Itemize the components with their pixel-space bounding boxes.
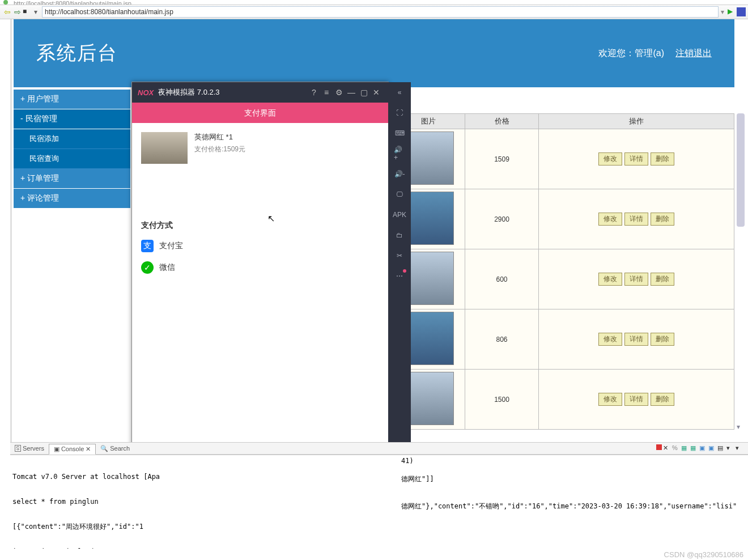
left-gutter — [10, 19, 12, 447]
extra-icon[interactable] — [737, 7, 746, 16]
scissors-icon[interactable]: ✂ — [394, 250, 405, 261]
detail-button[interactable]: 详情 — [624, 393, 648, 406]
vol-down-icon[interactable]: 🔊- — [394, 168, 405, 180]
emulator-title: 夜神模拟器 7.0.2.3 — [158, 87, 308, 97]
edit-button[interactable]: 修改 — [598, 273, 622, 286]
sidebar: + 用户管理 - 民宿管理 民宿添加 民宿查询 + 订单管理 + 评论管理 — [14, 90, 130, 209]
edit-button[interactable]: 修改 — [598, 333, 622, 346]
dropdown-icon[interactable]: ▾ — [34, 8, 37, 16]
back-icon[interactable]: ⇦ — [2, 7, 12, 17]
tab-console[interactable]: ▣ Console ✕ — [49, 444, 96, 455]
product-block: 英德网红 *1 支付价格:1509元 — [141, 132, 379, 164]
alipay-icon: 支 — [141, 240, 154, 252]
menu-icon[interactable]: ≡ — [320, 86, 333, 99]
watermark: CSDN @qq3290510686 — [664, 550, 743, 559]
vertical-scrollbar[interactable]: ▾ — [737, 113, 745, 431]
detail-button[interactable]: 详情 — [624, 333, 648, 346]
delete-button[interactable]: 删除 — [651, 152, 674, 166]
emulator-body: 英德网红 *1 支付价格:1509元 支付方式 支 支付宝 ✓ 微信 — [132, 123, 388, 283]
settings-icon[interactable]: ⚙ — [333, 86, 345, 99]
keyboard-icon[interactable]: ⌨ — [394, 128, 405, 139]
edit-button[interactable]: 修改 — [598, 213, 622, 226]
pay-option-wechat[interactable]: ✓ 微信 — [141, 261, 379, 274]
apk-icon[interactable]: APK — [394, 209, 405, 220]
vol-up-icon[interactable]: 🔊+ — [394, 148, 405, 159]
console-tool-9[interactable]: ▾ — [726, 444, 734, 452]
reload-icon[interactable]: ■ — [23, 7, 32, 16]
detail-button[interactable]: 详情 — [624, 273, 648, 286]
console-tool-6[interactable]: ▣ — [699, 444, 707, 452]
maximize-icon[interactable]: ▢ — [358, 86, 370, 99]
edit-button[interactable]: 修改 — [598, 152, 622, 166]
alipay-label: 支付宝 — [159, 241, 183, 251]
delete-button[interactable]: 删除 — [651, 273, 674, 286]
banner: 系统后台 欢迎您：管理(a) 注销退出 — [14, 19, 734, 87]
tab-strip: http://localhost:8080/tianlanhoutai/main… — [0, 0, 748, 5]
address-input[interactable] — [42, 6, 719, 18]
scroll-thumb[interactable] — [737, 113, 745, 227]
console-line: insert into pinglun(content,u — [12, 547, 746, 549]
sidebar-item-comment[interactable]: + 评论管理 — [14, 189, 130, 209]
sidebar-item-homestay[interactable]: - 民宿管理 — [14, 109, 130, 129]
console-tool-1[interactable] — [656, 444, 662, 450]
console-tool-4[interactable]: ▦ — [681, 444, 689, 452]
system-title: 系统后台 — [36, 40, 118, 66]
sidebar-sub-add[interactable]: 民宿添加 — [14, 129, 130, 149]
sidebar-sub-query[interactable]: 民宿查询 — [14, 149, 130, 169]
more-icon[interactable]: ⋯ — [394, 270, 405, 282]
console-body[interactable]: Tomcat v7.0 Server at localhost [Apa sel… — [10, 455, 748, 549]
console-tool-3[interactable]: % — [672, 444, 680, 452]
console-tool-10[interactable]: ▾ — [736, 444, 743, 452]
cell-price: 1500 — [465, 370, 539, 430]
help-icon[interactable]: ? — [308, 86, 320, 99]
cell-actions: 修改详情删除 — [539, 189, 734, 249]
detail-button[interactable]: 详情 — [624, 152, 648, 166]
col-price: 价格 — [465, 114, 539, 129]
table-row: 2900修改详情删除 — [392, 189, 734, 249]
pay-option-alipay[interactable]: 支 支付宝 — [141, 240, 379, 252]
wechat-icon: ✓ — [141, 261, 154, 274]
col-action: 操作 — [539, 114, 734, 129]
console-line: [{"content":"周边环境很好","id":"1 — [12, 522, 746, 531]
tab-servers[interactable]: 🅂 Servers — [10, 444, 49, 453]
scroll-down-icon[interactable]: ▾ — [737, 423, 740, 431]
table-row: 806修改详情删除 — [392, 309, 734, 370]
folder-icon[interactable]: 🗀 — [394, 230, 405, 241]
minimize-icon[interactable]: — — [345, 86, 358, 99]
edit-button[interactable]: 修改 — [598, 393, 622, 406]
delete-button[interactable]: 删除 — [651, 213, 674, 226]
table-row: 1500修改详情删除 — [392, 370, 734, 430]
data-table-wrap: 图片 价格 操作 1509修改详情删除2900修改详情删除600修改详情删除80… — [391, 113, 734, 447]
table-row: 600修改详情删除 — [392, 249, 734, 309]
forward-icon[interactable]: ⇨ — [12, 7, 23, 17]
emulator-titlebar[interactable]: NOX 夜神模拟器 7.0.2.3 ? ≡ ⚙ — ▢ ✕ — [132, 82, 388, 103]
collapse-icon[interactable]: « — [394, 87, 405, 98]
detail-button[interactable]: 详情 — [624, 213, 648, 226]
go-icon[interactable]: ▶ — [728, 7, 734, 16]
console-line-r: 德网红"]] — [401, 474, 434, 483]
console-tool-2[interactable]: ✕ — [663, 444, 671, 452]
console-tools: ✕ % ▦ ▦ ▣ ▣ ▤ ▾ ▾ — [656, 444, 748, 452]
data-table: 图片 价格 操作 1509修改详情删除2900修改详情删除600修改详情删除80… — [391, 113, 734, 430]
delete-button[interactable]: 删除 — [651, 393, 674, 406]
sidebar-item-user[interactable]: + 用户管理 — [14, 90, 130, 109]
sidebar-item-order[interactable]: + 订单管理 — [14, 169, 130, 189]
console-tool-5[interactable]: ▦ — [690, 444, 698, 452]
close-icon[interactable]: ✕ — [370, 86, 382, 99]
product-price: 支付价格:1509元 — [194, 145, 245, 154]
product-name: 英德网红 *1 — [194, 132, 245, 142]
cell-price: 806 — [465, 309, 539, 370]
page-title-bar: 支付界面 — [132, 103, 388, 123]
cell-price: 2900 — [465, 189, 539, 249]
cell-actions: 修改详情删除 — [539, 309, 734, 370]
delete-button[interactable]: 删除 — [651, 333, 674, 346]
screen-icon[interactable]: 🖵 — [394, 189, 405, 200]
tab-favicon — [3, 0, 8, 5]
logout-link[interactable]: 注销退出 — [675, 48, 712, 60]
console-tool-7[interactable]: ▣ — [708, 444, 716, 452]
fullscreen-icon[interactable]: ⛶ — [394, 107, 405, 118]
console-tool-8[interactable]: ▤ — [717, 444, 725, 452]
url-dropdown-icon[interactable]: ▾ — [721, 8, 724, 16]
pay-section-title: 支付方式 — [141, 220, 379, 231]
tab-search[interactable]: 🔍 Search — [96, 444, 134, 453]
